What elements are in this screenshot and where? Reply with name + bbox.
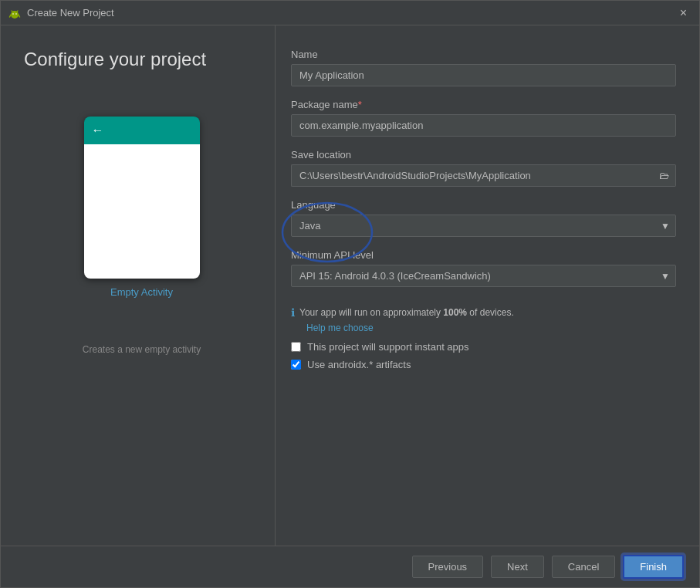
package-field-group: Package name* <box>291 99 676 137</box>
left-panel: Configure your project ← Empty Activity … <box>1 25 275 546</box>
finish-button[interactable]: Finish <box>623 555 684 579</box>
browse-button[interactable]: 🗁 <box>653 164 676 187</box>
svg-line-3 <box>19 15 20 17</box>
activity-description: Creates a new empty activity <box>83 344 201 355</box>
phone-screen <box>84 144 200 279</box>
devices-info-text: Your app will run on approximately 100% … <box>299 306 514 319</box>
phone-frame: ← <box>84 117 200 279</box>
save-location-input[interactable] <box>291 164 653 187</box>
window-title: Create New Project <box>27 7 675 19</box>
info-icon: ℹ <box>291 306 295 319</box>
instant-apps-label: This project will support instant apps <box>307 341 469 353</box>
app-icon <box>8 7 21 19</box>
language-label: Language <box>291 199 676 211</box>
footer-bar: Previous Next Cancel Finish <box>1 546 699 587</box>
svg-line-2 <box>10 15 12 17</box>
package-label: Package name* <box>291 99 676 110</box>
right-panel: Name Package name* Save location 🗁 <box>276 25 699 546</box>
min-api-select[interactable]: API 15: Android 4.0.3 (IceCreamSandwich)… <box>291 265 676 287</box>
save-location-group: Save location 🗁 <box>291 149 676 187</box>
title-bar: Create New Project × <box>1 1 699 25</box>
phone-top-bar: ← <box>84 117 200 144</box>
svg-line-6 <box>12 11 13 12</box>
save-location-label: Save location <box>291 149 676 161</box>
page-title: Configure your project <box>24 49 206 70</box>
name-label: Name <box>291 49 676 60</box>
phone-preview-area: ← Empty Activity Creates a new empty act… <box>24 117 259 355</box>
main-window: Create New Project × Configure your proj… <box>0 0 700 588</box>
min-api-group: Minimum API level API 15: Android 4.0.3 … <box>291 249 676 287</box>
androidx-checkbox[interactable] <box>291 360 301 370</box>
close-button[interactable]: × <box>675 5 692 22</box>
svg-rect-1 <box>12 12 18 17</box>
name-field-group: Name <box>291 49 676 86</box>
language-field-group: Language Java Kotlin ▼ <box>291 199 676 237</box>
androidx-label: Use androidx.* artifacts <box>307 359 411 370</box>
next-button[interactable]: Next <box>491 556 544 578</box>
instant-apps-checkbox-row: This project will support instant apps <box>291 341 676 353</box>
svg-point-4 <box>12 13 14 15</box>
svg-line-7 <box>17 11 19 12</box>
cancel-button[interactable]: Cancel <box>552 556 615 578</box>
back-arrow-icon: ← <box>92 123 104 137</box>
language-select[interactable]: Java Kotlin <box>291 215 676 237</box>
min-api-label: Minimum API level <box>291 249 676 261</box>
previous-button[interactable]: Previous <box>412 556 484 578</box>
min-api-select-wrapper: API 15: Android 4.0.3 (IceCreamSandwich)… <box>291 265 676 287</box>
svg-point-5 <box>15 13 17 15</box>
activity-label: Empty Activity <box>110 286 173 298</box>
help-me-choose-link[interactable]: Help me choose <box>306 323 676 333</box>
package-input[interactable] <box>291 114 676 137</box>
language-select-wrapper: Java Kotlin ▼ <box>291 215 676 237</box>
androidx-checkbox-row: Use androidx.* artifacts <box>291 359 676 370</box>
devices-info-row: ℹ Your app will run on approximately 100… <box>291 306 676 319</box>
instant-apps-checkbox[interactable] <box>291 342 301 352</box>
name-input[interactable] <box>291 64 676 86</box>
content-area: Configure your project ← Empty Activity … <box>1 25 699 546</box>
save-location-input-row: 🗁 <box>291 164 676 187</box>
required-marker: * <box>358 99 362 110</box>
